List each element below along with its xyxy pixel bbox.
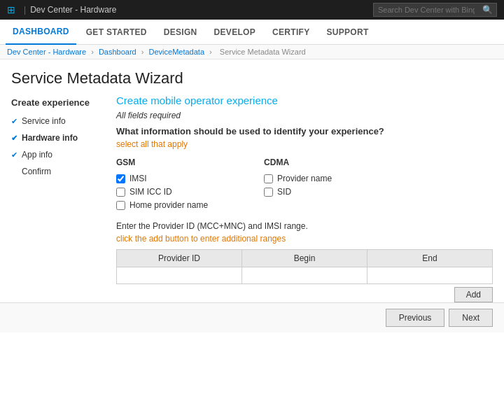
imsi-checkbox[interactable]: [116, 174, 125, 183]
input-provider-id[interactable]: [122, 271, 236, 281]
sidebar-item-hardware-info[interactable]: ✔ Hardware info: [11, 132, 102, 144]
breadcrumb-current: Service Metadata Wizard: [220, 48, 306, 56]
windows-logo: ⊞: [7, 4, 15, 15]
provider-name-label: Provider name: [277, 174, 332, 183]
breadcrumb: Dev Center - Hardware › Dashboard › Devi…: [0, 45, 504, 59]
content: Create experience ✔ Service info ✔ Hardw…: [0, 94, 504, 302]
check-icon-confirm: ✔: [11, 167, 18, 176]
input-end[interactable]: [373, 271, 486, 281]
previous-button[interactable]: Previous: [386, 309, 445, 327]
add-link[interactable]: click the add button to enter additional…: [116, 234, 493, 244]
search-icon[interactable]: 🔍: [479, 5, 496, 15]
checkbox-imsi[interactable]: IMSI: [116, 174, 208, 183]
main-content: Create mobile operator experience All fi…: [102, 94, 493, 302]
nav-dashboard[interactable]: DASHBOARD: [6, 20, 76, 45]
sidebar-label-confirm: Confirm: [22, 167, 51, 176]
nav-support[interactable]: SUPPORT: [319, 20, 375, 45]
topbar: ⊞ | Dev Center - Hardware 🔍: [0, 0, 504, 20]
sidebar-heading: Create experience: [11, 97, 102, 108]
main-heading: Create mobile operator experience: [116, 94, 493, 106]
page-title: Service Metadata Wizard: [11, 69, 493, 88]
provider-table-wrapper: Provider ID Begin End: [116, 249, 493, 302]
topbar-title: Dev Center - Hardware: [30, 5, 116, 15]
check-icon-hardware: ✔: [11, 134, 18, 143]
sidebar-item-app-info[interactable]: ✔ App info: [11, 148, 102, 161]
sidebar: Create experience ✔ Service info ✔ Hardw…: [11, 94, 102, 302]
input-begin[interactable]: [248, 271, 361, 281]
imsi-label: IMSI: [130, 174, 147, 183]
nav-develop[interactable]: DEVELOP: [207, 20, 262, 45]
home-provider-checkbox[interactable]: [116, 201, 125, 210]
sidebar-item-confirm[interactable]: ✔ Confirm: [11, 165, 102, 178]
checkbox-sim-icc[interactable]: SIM ICC ID: [116, 187, 208, 197]
cdma-label: CDMA: [264, 158, 332, 167]
provider-table: Provider ID Begin End: [116, 249, 493, 284]
sim-icc-checkbox[interactable]: [116, 188, 125, 197]
check-icon-app: ✔: [11, 150, 18, 160]
checkbox-sid[interactable]: SID: [264, 187, 332, 197]
navbar: DASHBOARD GET STARTED DESIGN DEVELOP CER…: [0, 20, 504, 45]
cdma-column: CDMA Provider name SID: [264, 158, 332, 210]
col-end: End: [368, 250, 493, 267]
sim-icc-label: SIM ICC ID: [130, 187, 172, 197]
nav-get-started[interactable]: GET STARTED: [79, 20, 154, 45]
input-end-cell[interactable]: [368, 267, 493, 284]
col-provider-id: Provider ID: [117, 250, 242, 267]
next-button[interactable]: Next: [449, 309, 493, 327]
sidebar-label-hardware-info: Hardware info: [22, 133, 78, 143]
input-begin-cell[interactable]: [242, 267, 368, 284]
table-input-row: [117, 267, 493, 284]
breadcrumb-devcenter[interactable]: Dev Center - Hardware: [7, 48, 86, 56]
search-bar: 🔍: [373, 3, 497, 17]
nav-certify[interactable]: CERTIFY: [265, 20, 316, 45]
breadcrumb-devicemetadata[interactable]: DeviceMetadata: [149, 48, 205, 56]
required-text: All fields required: [116, 111, 493, 120]
search-input[interactable]: [374, 6, 479, 14]
provider-name-checkbox[interactable]: [264, 174, 273, 183]
question-text: What information should be used to ident…: [116, 126, 493, 136]
sidebar-item-service-info[interactable]: ✔ Service info: [11, 115, 102, 127]
sid-label: SID: [277, 187, 291, 197]
gsm-label: GSM: [116, 158, 208, 167]
breadcrumb-dashboard[interactable]: Dashboard: [99, 48, 136, 56]
col-begin: Begin: [242, 250, 368, 267]
gsm-column: GSM IMSI SIM ICC ID Home provider name: [116, 158, 208, 210]
page-title-bar: Service Metadata Wizard: [0, 59, 504, 94]
sidebar-label-service-info: Service info: [22, 116, 66, 126]
table-header-row: Provider ID Begin End: [117, 250, 493, 267]
topbar-separator: |: [24, 5, 26, 15]
input-provider-id-cell[interactable]: [117, 267, 242, 284]
bottom-bar: Previous Next: [0, 302, 504, 332]
provider-info-text: Enter the Provider ID (MCC+MNC) and IMSI…: [116, 221, 493, 231]
checkbox-provider-name[interactable]: Provider name: [264, 174, 332, 183]
nav-design[interactable]: DESIGN: [157, 20, 204, 45]
options-row: GSM IMSI SIM ICC ID Home provider name C…: [116, 158, 493, 210]
checkbox-home-provider[interactable]: Home provider name: [116, 200, 208, 210]
home-provider-label: Home provider name: [130, 200, 208, 210]
add-btn-row: Add: [116, 287, 493, 302]
select-all-link[interactable]: select all that apply: [116, 139, 493, 149]
check-icon-service: ✔: [11, 117, 18, 126]
sidebar-label-app-info: App info: [22, 150, 52, 160]
sid-checkbox[interactable]: [264, 188, 273, 197]
add-button[interactable]: Add: [454, 287, 493, 302]
